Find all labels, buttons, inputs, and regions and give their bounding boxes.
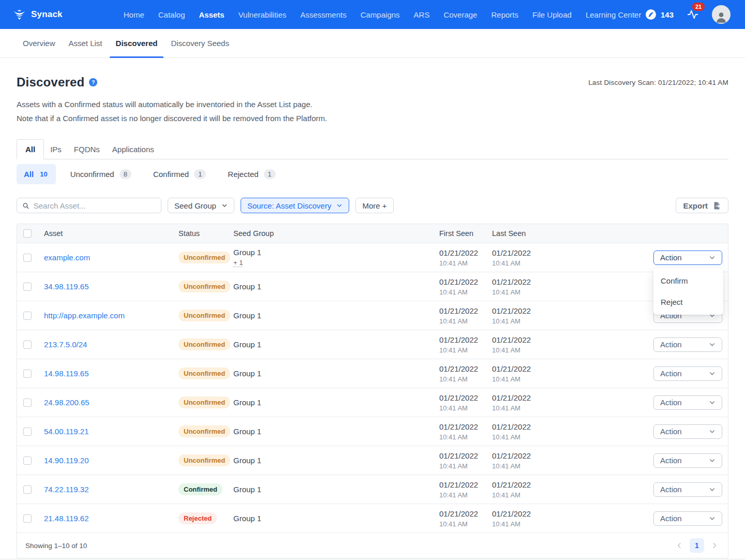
asset-link[interactable]: http://app.example.com [44, 311, 125, 320]
row-checkbox[interactable] [23, 254, 32, 262]
table-footer: Showing 1–10 of 10 1 [17, 533, 728, 558]
row-checkbox[interactable] [23, 514, 32, 523]
more-filters-button[interactable]: More + [355, 198, 393, 213]
section-tabs: OverviewAsset ListDiscoveredDiscovery Se… [0, 29, 745, 58]
status-filter-unconfirmed[interactable]: Unconfirmed 8 [63, 164, 139, 184]
nav-item-learning-center[interactable]: Learning Center [586, 10, 642, 19]
seed-group-value: Group 1 [233, 427, 439, 436]
seed-group-value: Group 1 [233, 456, 439, 465]
chevron-down-icon [709, 515, 716, 522]
filter-count-badge: 8 [120, 169, 131, 179]
asset-link[interactable]: 74.22.119.32 [44, 485, 88, 494]
user-avatar[interactable] [712, 5, 731, 24]
action-dropdown-button[interactable]: Action [653, 511, 722, 526]
seed-group-filter-button[interactable]: Seed Group [168, 198, 234, 213]
asset-link[interactable]: 54.00.119.21 [44, 427, 88, 436]
action-dropdown-button[interactable]: Action [653, 337, 722, 352]
type-tab-all[interactable]: All [17, 139, 44, 159]
brand[interactable]: Synack [12, 8, 63, 22]
action-dropdown-button[interactable]: Action [653, 366, 722, 381]
notifications-button[interactable]: 21 [687, 9, 698, 20]
first-seen-date: 01/21/2022 [439, 277, 492, 286]
page-number-button[interactable]: 1 [690, 538, 704, 553]
column-header-status: Status [178, 229, 233, 238]
pagination: 1 [674, 538, 720, 553]
action-cell: Action [653, 511, 728, 526]
action-dropdown-button[interactable]: Action [653, 453, 722, 468]
source-filter-label: Source: Asset Discovery [247, 201, 332, 210]
select-all-checkbox[interactable] [23, 229, 32, 238]
row-checkbox[interactable] [23, 485, 32, 494]
status-filter-rejected[interactable]: Rejected 1 [220, 164, 282, 184]
nav-item-home[interactable]: Home [124, 10, 144, 19]
row-checkbox[interactable] [23, 341, 32, 349]
nav-item-reports[interactable]: Reports [491, 10, 518, 19]
asset-link[interactable]: 213.7.5.0/24 [44, 340, 87, 349]
subnav-item-discovered[interactable]: Discovered [110, 29, 164, 57]
export-button[interactable]: Export [676, 198, 728, 213]
type-tab-fqdns[interactable]: FQDNs [68, 140, 106, 159]
row-checkbox[interactable] [23, 428, 32, 436]
row-checkbox[interactable] [23, 312, 32, 320]
first-seen-time: 10:41 AM [439, 317, 492, 325]
export-label: Export [683, 201, 708, 210]
next-page-button[interactable] [709, 540, 720, 551]
chevron-down-icon [709, 428, 716, 435]
token-counter[interactable]: 143 [645, 9, 674, 20]
nav-item-assessments[interactable]: Assessments [301, 10, 347, 19]
action-cell: Action [653, 482, 728, 497]
seed-group-value: Group 1 [233, 398, 439, 407]
status-filter-confirmed[interactable]: Confirmed 1 [146, 164, 213, 184]
row-checkbox[interactable] [23, 399, 32, 407]
seed-group-more-link[interactable]: + 1 [233, 259, 243, 267]
table-row: 14.98.119.65 Unconfirmed Group 1 01/21/2… [17, 359, 728, 388]
asset-link[interactable]: 14.90.119.20 [44, 456, 88, 465]
asset-link[interactable]: 14.98.119.65 [44, 369, 88, 378]
nav-item-vulnerabilities[interactable]: Vulnerabilities [239, 10, 287, 19]
search-input[interactable] [34, 201, 156, 210]
nav-item-coverage[interactable]: Coverage [443, 10, 477, 19]
type-tab-ips[interactable]: IPs [44, 140, 68, 159]
first-seen-date: 01/21/2022 [439, 306, 492, 315]
table-row: 74.22.119.32 Confirmed Group 1 01/21/202… [17, 475, 728, 504]
asset-link[interactable]: example.com [44, 253, 90, 262]
row-checkbox[interactable] [23, 456, 32, 465]
nav-item-assets[interactable]: Assets [199, 10, 224, 19]
asset-link[interactable]: 34.98.119.65 [44, 282, 88, 291]
previous-page-button[interactable] [674, 540, 684, 551]
row-checkbox[interactable] [23, 370, 32, 378]
action-dropdown-button[interactable]: Action [653, 424, 722, 439]
nav-item-ars[interactable]: ARS [414, 10, 430, 19]
subnav-item-discovery-seeds[interactable]: Discovery Seeds [165, 29, 235, 57]
type-tab-applications[interactable]: Applications [106, 140, 160, 159]
action-dropdown-button[interactable]: Action [653, 395, 722, 410]
nav-item-catalog[interactable]: Catalog [158, 10, 185, 19]
nav-item-file-upload[interactable]: File Upload [532, 10, 572, 19]
brand-name: Synack [31, 9, 63, 20]
subnav-item-overview[interactable]: Overview [17, 29, 62, 57]
action-dropdown-button[interactable]: Action [653, 250, 722, 265]
status-filter-all[interactable]: All 10 [17, 164, 56, 184]
help-icon[interactable]: ? [89, 78, 97, 86]
first-seen-time: 10:41 AM [439, 433, 492, 441]
asset-link[interactable]: 24.98.200.65 [44, 398, 90, 407]
last-seen-date: 01/21/2022 [492, 480, 643, 489]
chevron-down-icon [709, 399, 716, 406]
search-icon [22, 202, 29, 210]
title-row: Discovered ? Last Discovery Scan: 01/21/… [17, 75, 728, 90]
action-menu-item-reject[interactable]: Reject [653, 291, 723, 313]
synack-bird-icon [12, 8, 26, 22]
nav-item-campaigns[interactable]: Campaigns [361, 10, 400, 19]
column-header-asset: Asset [44, 229, 178, 238]
subnav-item-asset-list[interactable]: Asset List [63, 29, 109, 57]
toolbar: Seed Group Source: Asset Discovery More … [17, 198, 728, 213]
asset-link[interactable]: 21.48.119.62 [44, 514, 88, 523]
action-dropdown-button[interactable]: Action [653, 482, 722, 497]
last-seen-date: 01/21/2022 [492, 248, 643, 257]
action-menu-item-confirm[interactable]: Confirm [653, 270, 723, 291]
seed-group-label: Seed Group [174, 201, 216, 210]
first-seen-date: 01/21/2022 [439, 364, 492, 373]
source-filter-button[interactable]: Source: Asset Discovery [241, 198, 350, 213]
chevron-down-icon [709, 254, 716, 261]
row-checkbox[interactable] [23, 283, 32, 291]
